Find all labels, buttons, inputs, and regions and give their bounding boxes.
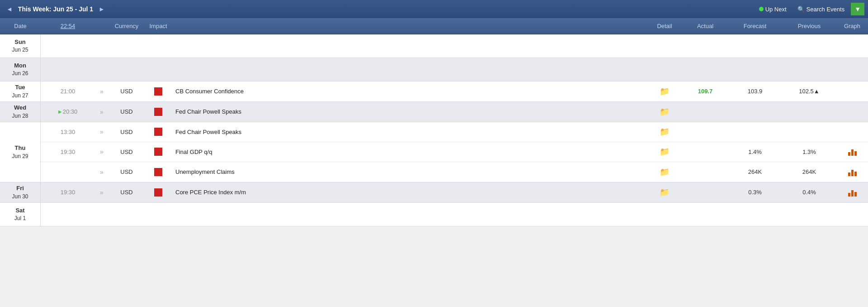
event-row: »USDUnemployment Claims📁264K264K <box>41 162 868 182</box>
top-bar-right: Up Next 🔍 Search Events ▼ <box>755 3 864 15</box>
day-block: FriJun 3019:30»USDCore PCE Price Index m… <box>0 182 868 203</box>
date-value: Jun 27 <box>12 92 28 100</box>
previous-cell: 102.5▲ <box>782 88 836 95</box>
event-name-cell[interactable]: Final GDP q/q <box>172 149 646 155</box>
time-value: 21:00 <box>61 88 75 95</box>
speaker-icon: » <box>100 108 104 115</box>
day-name: Thu <box>15 144 26 152</box>
day-block: TueJun 2721:00»USDCB Consumer Confidence… <box>0 82 868 102</box>
day-name: Sat <box>15 206 24 215</box>
up-next-label: Up Next <box>765 6 787 13</box>
graph-cell[interactable] <box>836 188 868 197</box>
col-header-detail: Detail <box>646 23 683 29</box>
impact-cell <box>145 128 172 136</box>
col-header-previous: Previous <box>782 23 836 29</box>
impact-cell <box>145 148 172 156</box>
date-value: Jun 26 <box>12 70 28 77</box>
speaker-icon: » <box>100 88 104 95</box>
green-dot-icon <box>759 7 764 11</box>
top-bar: ◄ This Week: Jun 25 - Jul 1 ► Up Next 🔍 … <box>0 0 868 18</box>
bar-chart-icon <box>848 168 857 176</box>
top-bar-left: ◄ This Week: Jun 25 - Jul 1 ► <box>4 5 755 14</box>
bar-chart-icon <box>848 148 857 156</box>
date-cell: SunJun 25 <box>0 34 41 58</box>
high-impact-icon <box>154 128 162 136</box>
speaker-icon: » <box>100 128 104 135</box>
up-next-button[interactable]: Up Next <box>755 4 791 14</box>
next-week-button[interactable]: ► <box>96 5 108 14</box>
currency-cell: USD <box>108 189 145 196</box>
events-column <box>41 203 868 226</box>
col-header-forecast: Forecast <box>728 23 782 29</box>
detail-cell[interactable]: 📁 <box>646 167 683 177</box>
events-column: 21:00»USDCB Consumer Confidence📁109.7103… <box>41 82 868 101</box>
speaker-icon: » <box>100 148 104 155</box>
currency-cell: USD <box>108 149 145 155</box>
search-events-button[interactable]: 🔍 Search Events <box>793 4 849 14</box>
high-impact-icon <box>154 168 162 176</box>
col-header-impact: Impact <box>145 23 172 29</box>
event-row: 19:30»USDFinal GDP q/q📁1.4%1.3% <box>41 142 868 162</box>
graph-cell[interactable] <box>836 168 868 176</box>
event-row: 19:30»USDCore PCE Price Index m/m📁0.3%0.… <box>41 182 868 202</box>
folder-icon: 📁 <box>660 107 670 117</box>
impact-cell <box>145 87 172 96</box>
filter-icon: ▼ <box>854 5 861 13</box>
event-name-cell[interactable]: Core PCE Price Index m/m <box>172 189 646 196</box>
prev-week-button[interactable]: ◄ <box>4 5 15 14</box>
events-column: 13:30»USDFed Chair Powell Speaks📁19:30»U… <box>41 122 868 182</box>
filter-button[interactable]: ▼ <box>851 3 864 15</box>
previous-cell: 1.3% <box>782 149 836 155</box>
time-cell: 13:30 <box>41 129 95 135</box>
event-name-cell[interactable]: Fed Chair Powell Speaks <box>172 108 646 115</box>
day-name: Fri <box>16 184 24 192</box>
events-column <box>41 58 868 81</box>
col-header-actual: Actual <box>683 23 728 29</box>
folder-icon: 📁 <box>660 187 670 197</box>
day-name: Tue <box>15 83 25 91</box>
forecast-cell: 103.9 <box>728 88 782 95</box>
detail-cell[interactable]: 📁 <box>646 127 683 137</box>
forecast-cell: 0.3% <box>728 189 782 196</box>
day-block: ThuJun 2913:30»USDFed Chair Powell Speak… <box>0 122 868 182</box>
day-block: WedJun 28▶20:30»USDFed Chair Powell Spea… <box>0 102 868 122</box>
event-name-cell[interactable]: Fed Chair Powell Speaks <box>172 129 646 135</box>
day-name: Sun <box>14 38 26 46</box>
day-block: SatJul 1 <box>0 203 868 226</box>
date-cell: MonJun 26 <box>0 58 41 81</box>
col-header-graph: Graph <box>836 23 868 29</box>
speaker-cell: » <box>95 189 108 196</box>
currency-cell: USD <box>108 129 145 135</box>
folder-icon: 📁 <box>660 167 670 177</box>
speaker-cell: » <box>95 108 108 115</box>
time-cell: 19:30 <box>41 149 95 155</box>
detail-cell[interactable]: 📁 <box>646 187 683 197</box>
time-cell: 19:30 <box>41 189 95 196</box>
folder-icon: 📁 <box>660 127 670 137</box>
detail-cell[interactable]: 📁 <box>646 86 683 96</box>
column-headers: Date 22:54 Currency Impact Detail Actual… <box>0 18 868 34</box>
time-value: 19:30 <box>61 189 75 196</box>
date-value: Jun 29 <box>12 153 28 160</box>
detail-cell[interactable]: 📁 <box>646 147 683 157</box>
detail-cell[interactable]: 📁 <box>646 107 683 117</box>
events-column: ▶20:30»USDFed Chair Powell Speaks📁 <box>41 102 868 122</box>
forecast-cell: 264K <box>728 168 782 175</box>
play-icon[interactable]: ▶ <box>58 109 62 114</box>
folder-icon: 📁 <box>660 86 670 96</box>
col-header-time[interactable]: 22:54 <box>41 23 95 29</box>
date-value: Jun 25 <box>12 46 28 54</box>
calendar-body: SunJun 25MonJun 26TueJun 2721:00»USDCB C… <box>0 34 868 226</box>
event-name-cell[interactable]: CB Consumer Confidence <box>172 88 646 95</box>
speaker-icon: » <box>100 168 104 176</box>
graph-cell[interactable] <box>836 148 868 156</box>
event-name-cell[interactable]: Unemployment Claims <box>172 168 646 175</box>
impact-cell <box>145 108 172 116</box>
event-row: 13:30»USDFed Chair Powell Speaks📁 <box>41 122 868 142</box>
currency-cell: USD <box>108 108 145 115</box>
speaker-cell: » <box>95 168 108 176</box>
date-value: Jul 1 <box>14 215 26 222</box>
actual-cell: 109.7 <box>683 88 728 95</box>
event-row: ▶20:30»USDFed Chair Powell Speaks📁 <box>41 102 868 122</box>
time-value: 19:30 <box>61 149 75 155</box>
